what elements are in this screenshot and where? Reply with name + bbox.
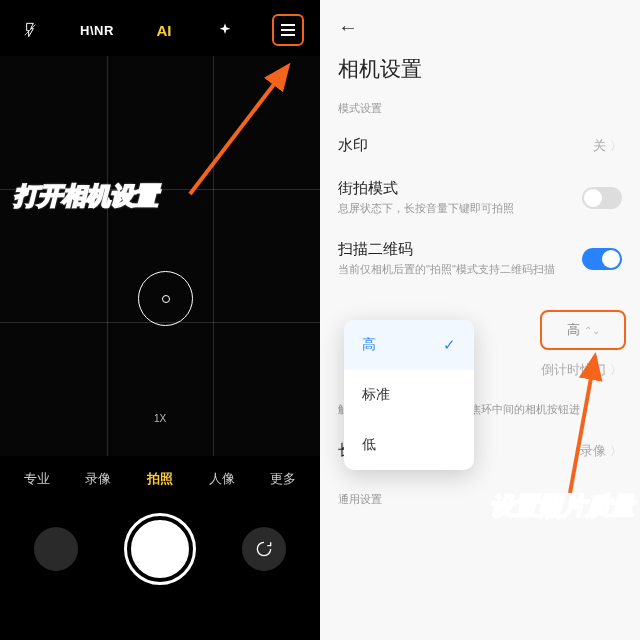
qrcode-toggle[interactable] — [582, 248, 622, 270]
settings-header: ← — [320, 0, 640, 47]
quality-popup: 高 ✓ 标准 低 — [344, 320, 474, 470]
mode-more[interactable]: 更多 — [270, 470, 296, 488]
street-label: 街拍模式 — [338, 179, 514, 198]
row-qrcode[interactable]: 扫描二维码 当前仅相机后置的"拍照"模式支持二维码扫描 — [320, 228, 640, 289]
countdown-value: 倒计时快门 — [541, 361, 606, 379]
row-watermark[interactable]: 水印 关〉 — [320, 124, 640, 167]
switch-camera-button[interactable] — [242, 527, 286, 571]
shutter-button[interactable] — [127, 516, 193, 582]
mode-photo[interactable]: 拍照 — [147, 470, 173, 488]
page-title: 相机设置 — [320, 47, 640, 97]
quality-option-high[interactable]: 高 ✓ — [344, 320, 474, 370]
camera-topbar: H\NR AI — [0, 0, 320, 56]
camera-viewfinder[interactable]: 1X — [0, 56, 320, 456]
shutter-row — [0, 502, 320, 602]
annotation-left-text: 打开相机设置 — [14, 180, 158, 212]
street-sub: 息屏状态下，长按音量下键即可拍照 — [338, 201, 514, 216]
gallery-thumbnail[interactable] — [34, 527, 78, 571]
back-icon[interactable]: ← — [338, 16, 622, 39]
camera-screen: H\NR AI 1X 专业 录像 拍照 人像 更多 — [0, 0, 320, 640]
ai-toggle[interactable]: AI — [150, 16, 178, 44]
annotation-right-text: 设置照片质量 — [490, 490, 634, 522]
chevron-right-icon: 〉 — [610, 139, 622, 153]
mode-portrait[interactable]: 人像 — [209, 470, 235, 488]
watermark-label: 水印 — [338, 136, 368, 155]
magic-icon[interactable] — [211, 16, 239, 44]
qrcode-label: 扫描二维码 — [338, 240, 555, 259]
quality-option-standard[interactable]: 标准 — [344, 370, 474, 420]
focus-ring-icon — [138, 271, 193, 326]
zoom-indicator[interactable]: 1X — [154, 413, 166, 424]
quality-value-highlight[interactable]: 高 ⌃⌄ — [540, 310, 626, 350]
row-street-mode[interactable]: 街拍模式 息屏状态下，长按音量下键即可拍照 — [320, 167, 640, 228]
section-mode-label: 模式设置 — [320, 97, 640, 124]
hnr-toggle[interactable]: H\NR — [77, 23, 117, 38]
mode-selector[interactable]: 专业 录像 拍照 人像 更多 — [0, 456, 320, 502]
chevron-right-icon: 〉 — [610, 362, 622, 379]
mode-video[interactable]: 录像 — [85, 470, 111, 488]
mode-pro[interactable]: 专业 — [24, 470, 50, 488]
menu-settings-button[interactable] — [272, 14, 304, 46]
longpress-value: 录像 — [580, 443, 606, 458]
qrcode-sub: 当前仅相机后置的"拍照"模式支持二维码扫描 — [338, 262, 555, 277]
quality-option-low[interactable]: 低 — [344, 420, 474, 470]
chevron-right-icon: 〉 — [610, 444, 622, 458]
street-toggle[interactable] — [582, 187, 622, 209]
check-icon: ✓ — [443, 336, 456, 354]
chevron-updown-icon: ⌃⌄ — [584, 325, 600, 336]
flash-icon[interactable] — [16, 16, 44, 44]
settings-screen: ← 相机设置 模式设置 水印 关〉 街拍模式 息屏状态下，长按音量下键即可拍照 … — [320, 0, 640, 640]
watermark-value: 关 — [593, 138, 606, 153]
